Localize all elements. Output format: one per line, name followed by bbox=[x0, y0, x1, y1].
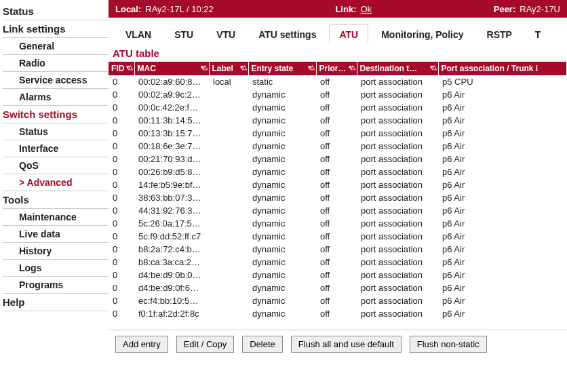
table-row[interactable]: 000:21:70:93:d…dynamicoffport associatio… bbox=[109, 153, 567, 165]
local-label: Local: bbox=[115, 4, 141, 14]
nav-radio[interactable]: Radio bbox=[3, 55, 109, 72]
cell-prio: off bbox=[316, 178, 357, 191]
table-row[interactable]: 000:0c:42:2e:f…dynamicoffport associatio… bbox=[109, 101, 567, 114]
table-row[interactable]: 0f0:1f:af:2d:2f:8cdynamicoffport associa… bbox=[109, 307, 567, 320]
cell-mac: 00:26:b9:d5:8… bbox=[134, 165, 209, 178]
cell-label: local bbox=[209, 75, 248, 88]
table-row[interactable]: 0b8:2a:72:c4:b…dynamicoffport associatio… bbox=[109, 243, 567, 256]
col-mac[interactable]: MAC▾△ bbox=[134, 62, 209, 75]
table-row[interactable]: 000:02:a9:60:8…localstaticoffport associ… bbox=[109, 75, 567, 88]
link-status[interactable]: Ok bbox=[360, 4, 372, 14]
cell-mac: d4:be:d9:0b:0… bbox=[134, 269, 209, 281]
cell-port: p5 CPU bbox=[438, 75, 567, 88]
nav-logs[interactable]: Logs bbox=[3, 260, 109, 277]
table-row[interactable]: 000:02:a9:9c:2…dynamicoffport associatio… bbox=[109, 88, 567, 101]
cell-fid: 0 bbox=[109, 307, 134, 320]
edit-copy-button[interactable]: Edit / Copy bbox=[176, 336, 235, 353]
flush-default-button[interactable]: Flush all and use default bbox=[291, 336, 402, 353]
tab-rstp[interactable]: RSTP bbox=[477, 24, 522, 43]
nav-alarms[interactable]: Alarms bbox=[3, 89, 109, 106]
table-row[interactable]: 014:fe:b5:9e:bf…dynamicoffport associati… bbox=[109, 178, 567, 191]
cell-dest: port association bbox=[357, 165, 438, 178]
sort-icon: ▾△ bbox=[201, 64, 206, 71]
cell-entry: dynamic bbox=[248, 178, 316, 191]
cell-entry: dynamic bbox=[248, 101, 316, 114]
cell-dest: port association bbox=[357, 269, 438, 281]
cell-dest: port association bbox=[357, 127, 438, 140]
table-row[interactable]: 0d4:be:d9:0f:6…dynamicoffport associatio… bbox=[109, 281, 567, 294]
nav-maintenance[interactable]: Maintenance bbox=[3, 209, 109, 226]
cell-fid: 0 bbox=[109, 204, 134, 217]
cell-port: p6 Air bbox=[438, 281, 567, 294]
tab-stu[interactable]: STU bbox=[164, 24, 203, 43]
col-prio[interactable]: Prior…▾△ bbox=[316, 62, 357, 75]
table-row[interactable]: 0b8:ca:3a:ca:2…dynamicoffport associatio… bbox=[109, 256, 567, 269]
cell-dest: port association bbox=[357, 243, 438, 256]
flush-nonstatic-button[interactable]: Flush non-static bbox=[410, 336, 487, 353]
main-panel: Local: RAy2-17L / 10:22 Link: Ok Peer: R… bbox=[109, 0, 567, 358]
local-value: RAy2-17L / 10:22 bbox=[145, 4, 213, 14]
delete-button[interactable]: Delete bbox=[242, 336, 283, 353]
table-row[interactable]: 05c:f9:dd:52:ff:c7dynamicoffport associa… bbox=[109, 230, 567, 243]
nav-link-settings[interactable]: Link settings bbox=[3, 20, 109, 38]
nav-programs[interactable]: Programs bbox=[3, 277, 109, 294]
cell-fid: 0 bbox=[109, 140, 134, 153]
table-row[interactable]: 000:18:6e:3e:7…dynamicoffport associatio… bbox=[109, 140, 567, 153]
nav-advanced[interactable]: Advanced bbox=[3, 174, 109, 191]
cell-prio: off bbox=[316, 281, 357, 294]
cell-label bbox=[209, 217, 248, 230]
cell-fid: 0 bbox=[109, 75, 134, 88]
cell-label bbox=[209, 165, 248, 178]
nav-general[interactable]: General bbox=[3, 38, 109, 55]
cell-port: p6 Air bbox=[438, 153, 567, 165]
tab-atu-settings[interactable]: ATU settings bbox=[248, 24, 326, 43]
nav-status[interactable]: Status bbox=[3, 3, 109, 20]
cell-port: p6 Air bbox=[438, 178, 567, 191]
col-label[interactable]: Label▾△ bbox=[209, 62, 248, 75]
nav-interface[interactable]: Interface bbox=[3, 140, 109, 157]
table-row[interactable]: 0ec:f4:bb:10:5…dynamicoffport associatio… bbox=[109, 294, 567, 307]
table-row[interactable]: 044:31:92:76:3…dynamicoffport associatio… bbox=[109, 204, 567, 217]
cell-prio: off bbox=[316, 230, 357, 243]
cell-mac: b8:ca:3a:ca:2… bbox=[134, 256, 209, 269]
nav-service-access[interactable]: Service access bbox=[3, 72, 109, 89]
nav-switch-settings[interactable]: Switch settings bbox=[3, 106, 109, 123]
nav-help[interactable]: Help bbox=[3, 294, 109, 311]
cell-label bbox=[209, 256, 248, 269]
link-label: Link: bbox=[335, 4, 356, 14]
cell-mac: 14:fe:b5:9e:bf… bbox=[134, 178, 209, 191]
tab-vlan[interactable]: VLAN bbox=[115, 24, 161, 43]
tab-vtu[interactable]: VTU bbox=[206, 24, 246, 43]
table-row[interactable]: 000:26:b9:d5:8…dynamicoffport associatio… bbox=[109, 165, 567, 178]
cell-dest: port association bbox=[357, 281, 438, 294]
nav-live-data[interactable]: Live data bbox=[3, 226, 109, 243]
col-entry[interactable]: Entry state▾△ bbox=[248, 62, 316, 75]
cell-entry: dynamic bbox=[248, 269, 316, 281]
table-row[interactable]: 038:63:bb:07:3…dynamicoffport associatio… bbox=[109, 191, 567, 204]
cell-prio: off bbox=[316, 204, 357, 217]
add-entry-button[interactable]: Add entry bbox=[115, 336, 168, 353]
cell-prio: off bbox=[316, 307, 357, 320]
tab-truncated[interactable]: T bbox=[525, 24, 551, 43]
col-fid[interactable]: FID▾△ bbox=[109, 62, 134, 75]
cell-prio: off bbox=[316, 75, 357, 88]
nav-switch-status[interactable]: Status bbox=[3, 123, 109, 140]
cell-fid: 0 bbox=[109, 281, 134, 294]
nav-history[interactable]: History bbox=[3, 243, 109, 260]
table-row[interactable]: 0d4:be:d9:0b:0…dynamicoffport associatio… bbox=[109, 269, 567, 281]
table-row[interactable]: 000:13:3b:15:7…dynamicoffport associatio… bbox=[109, 127, 567, 140]
col-port[interactable]: Port association / Trunk i bbox=[438, 62, 567, 75]
nav-tools[interactable]: Tools bbox=[3, 191, 109, 209]
cell-mac: 44:31:92:76:3… bbox=[134, 204, 209, 217]
table-row[interactable]: 000:11:3b:14:5…dynamicoffport associatio… bbox=[109, 114, 567, 127]
nav-qos[interactable]: QoS bbox=[3, 157, 109, 174]
cell-entry: dynamic bbox=[248, 294, 316, 307]
tab-atu[interactable]: ATU bbox=[329, 24, 368, 43]
table-row[interactable]: 05c:26:0a:17:5…dynamicoffport associatio… bbox=[109, 217, 567, 230]
cell-fid: 0 bbox=[109, 191, 134, 204]
cell-entry: dynamic bbox=[248, 230, 316, 243]
cell-mac: d4:be:d9:0f:6… bbox=[134, 281, 209, 294]
col-dest[interactable]: Destination t…▾△ bbox=[357, 62, 438, 75]
tab-monitoring[interactable]: Monitoring, Policy bbox=[371, 24, 473, 43]
cell-prio: off bbox=[316, 88, 357, 101]
